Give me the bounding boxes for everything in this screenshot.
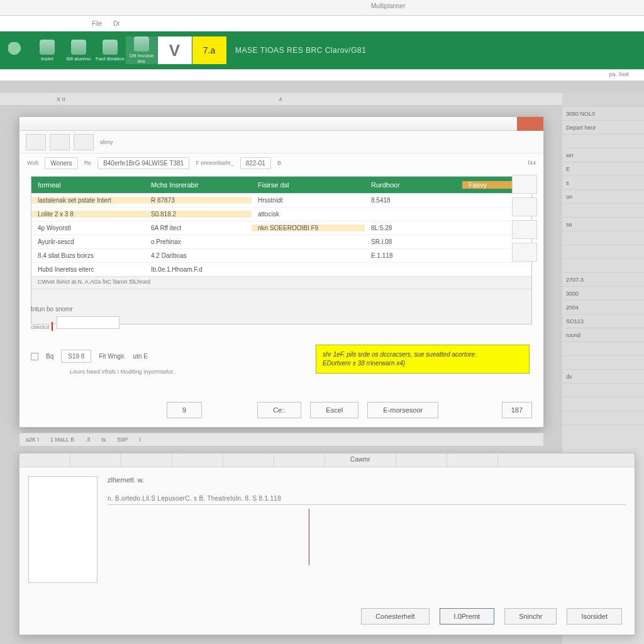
rc-row[interactable] <box>562 135 644 148</box>
opt-label-a: Bq <box>46 353 53 360</box>
side-button[interactable] <box>512 220 537 239</box>
rc-row[interactable]: SO113 <box>562 314 644 328</box>
col-3[interactable]: Fisirse dsl <box>252 181 365 189</box>
ribbon-tool-2[interactable]: Insert <box>31 40 63 62</box>
lower-input-2[interactable] <box>57 316 119 329</box>
grid-row[interactable]: Hubd Ineretss eiterc Ib.0e.1.Hhoam.F.d <box>31 262 531 276</box>
grid-row[interactable]: 4p Woyorstl 6A Rff itect nkn SOEEROOIBI … <box>31 221 531 235</box>
grid-row[interactable]: Ayuriir-sescd o Prehinax SR.I.08 <box>31 235 531 248</box>
tb-button-2[interactable]: B40erfe1BrG 94LWISE T381 <box>97 157 189 169</box>
ribbon-tool-3[interactable]: Bill alumno <box>63 40 94 62</box>
rc-row[interactable] <box>562 204 644 218</box>
rc-row[interactable]: on <box>562 190 644 204</box>
close-icon[interactable] <box>517 117 543 131</box>
rc-row[interactable]: 3000 <box>562 287 644 301</box>
grid-row[interactable]: lastalenak set pstate Intert R 87873 Hrs… <box>31 193 531 207</box>
rc-row[interactable]: 2004 <box>562 301 644 314</box>
button-help[interactable]: Escel <box>310 402 358 418</box>
ribbon: File Dr Insert Bill alumno Fact libratio… <box>0 16 644 91</box>
app-topbar: Multiplanner <box>0 0 644 16</box>
button-ok[interactable]: Ce:. <box>257 402 301 418</box>
rc-row[interactable] <box>562 384 644 397</box>
thumb-icon[interactable] <box>26 134 46 150</box>
rc-row[interactable]: 3080 NOL0 <box>562 107 644 121</box>
dialog-lower-section: Intun bo snomr otientot <box>31 306 532 330</box>
pv-tab[interactable] <box>223 453 274 467</box>
pv-button-d[interactable]: Isorsidet <box>567 608 622 625</box>
cursor-marker-icon <box>309 509 309 565</box>
preview-dialog: Cawmr zlhernetl. w. n. B.ortedo.Lil.S Le… <box>19 453 635 635</box>
rc-head <box>562 93 644 107</box>
sb-f: I <box>139 436 141 443</box>
lower-label: Intun bo snomr <box>31 306 532 313</box>
chevron-down-icon: V <box>158 36 192 64</box>
grid-row[interactable]: Lolite 2 x 3 8 S0.818.2 attocisk <box>31 207 531 221</box>
side-button[interactable] <box>512 197 537 216</box>
sb-e: S9P <box>117 436 128 443</box>
ribbon-tool-5[interactable]: DB Invoice lins <box>126 36 157 64</box>
rc-row[interactable] <box>562 259 644 273</box>
rc-row[interactable]: se <box>562 218 644 231</box>
pv-tab[interactable] <box>70 453 121 467</box>
col-4[interactable]: Rurdhoor <box>365 181 462 189</box>
ribbon-tool-1[interactable] <box>0 42 31 58</box>
col-1[interactable]: formeal <box>31 181 145 189</box>
pv-tab[interactable]: Cawmr <box>325 453 396 467</box>
side-button[interactable] <box>512 175 537 194</box>
rc-row[interactable] <box>562 397 644 411</box>
tb-button-1[interactable]: Woners <box>45 157 77 169</box>
pv-tab[interactable] <box>19 453 70 467</box>
rc-row[interactable] <box>562 411 644 425</box>
pv-tab[interactable] <box>172 453 223 467</box>
dialog-titlebar[interactable] <box>19 117 543 131</box>
invoice-grid: formeal Mchs Insrerabir Fisirse dsl Rurd… <box>31 176 532 325</box>
rc-row[interactable] <box>562 231 644 245</box>
rc-row[interactable]: dx <box>562 370 644 384</box>
ruler-mark-a: X II <box>57 96 65 103</box>
button-cancel[interactable]: E-morsesoor <box>367 402 438 418</box>
rc-row[interactable]: wn <box>562 148 644 162</box>
sb-b: 1 MaLL B <box>50 436 74 443</box>
rc-row[interactable]: Depart heur <box>562 121 644 135</box>
lower-input[interactable] <box>52 322 53 331</box>
pv-tab[interactable] <box>121 453 172 467</box>
rc-row[interactable] <box>562 245 644 259</box>
button-apply[interactable]: 187 <box>502 402 532 418</box>
pv-button-c[interactable]: Sninchr <box>504 608 557 625</box>
rc-row[interactable] <box>562 342 644 356</box>
invoice-dialog: slimy Wob Woners Re B40erfe1BrG 94LWISE … <box>19 116 544 428</box>
rc-row[interactable]: s <box>562 176 644 190</box>
grid-row[interactable]: 8.4 sliat Buzs boirzs 4.2 Dariboas E.1.1… <box>31 248 531 262</box>
rc-row[interactable]: 2707-3 <box>562 273 644 287</box>
pv-button-b[interactable]: I.0Premt <box>440 608 495 625</box>
side-button[interactable] <box>512 243 537 262</box>
note-line-2: EDortvenr x 38 rrinerwarn x4) <box>323 359 523 368</box>
dialog-toolbar: Wob Woners Re B40erfe1BrG 94LWISE T381 F… <box>19 153 543 172</box>
button-center[interactable]: 9 <box>167 402 202 418</box>
ring-icon <box>71 40 86 55</box>
tb-button-3[interactable]: 822-01 <box>240 157 271 169</box>
ribbon-tab-2[interactable]: Dr <box>109 19 124 28</box>
tb-label-c: F enreonlsehr_ <box>196 160 234 166</box>
step-button[interactable]: S19 8 <box>61 350 91 363</box>
col-2[interactable]: Mchs Insrerabir <box>145 181 252 189</box>
ribbon-tool-4[interactable]: Fact libration <box>94 40 126 62</box>
ribbon-bigv[interactable]: V <box>157 36 192 64</box>
pv-button-a[interactable]: Conesterhelt <box>361 608 429 625</box>
rc-row[interactable]: E <box>562 162 644 176</box>
pv-tab[interactable] <box>447 453 498 467</box>
ribbon-tab-file[interactable]: File <box>88 19 106 28</box>
rc-row[interactable] <box>562 356 644 370</box>
thumb-icon[interactable] <box>50 134 70 150</box>
pv-tab[interactable] <box>274 453 325 467</box>
yellow-note: shr 1eF. pils srde os dccracsers, sue su… <box>316 345 530 374</box>
ribbon-tab-strip: File Dr <box>0 16 644 31</box>
ribbon-bigy[interactable]: 7.a <box>192 36 226 64</box>
ribbon-tools: Insert Bill alumno Fact libration DB Inv… <box>0 31 644 69</box>
checkbox[interactable] <box>31 353 38 360</box>
highlight-icon: 7.a <box>192 36 226 64</box>
rc-row[interactable]: round <box>562 328 644 342</box>
pv-tab[interactable] <box>396 453 447 467</box>
preview-thumbnail[interactable] <box>28 476 97 583</box>
thumb-icon[interactable] <box>74 134 94 150</box>
